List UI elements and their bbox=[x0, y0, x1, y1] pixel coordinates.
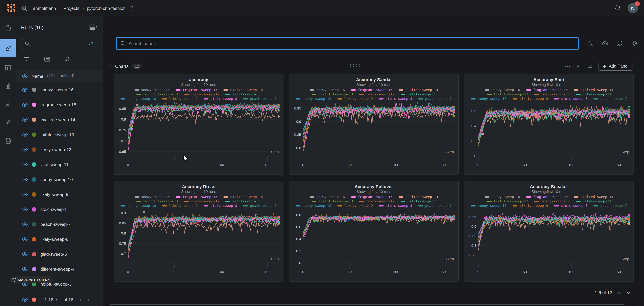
legend-entry[interactable]: sunny-sweep-10 bbox=[471, 204, 506, 207]
legend-entry[interactable]: vital-sweep-11 bbox=[226, 92, 261, 96]
run-name[interactable]: snowy-sweep-16 bbox=[40, 87, 74, 92]
legend-entry[interactable]: snowy-sweep-16 bbox=[310, 195, 345, 199]
run-row[interactable]: different-sweep-4 bbox=[16, 261, 102, 276]
legend-entry[interactable]: fragrant-sweep-15 bbox=[176, 88, 218, 92]
run-name[interactable]: exalted-sweep-14 bbox=[40, 117, 75, 122]
run-row[interactable]: exalted-sweep-14 bbox=[16, 112, 102, 127]
legend-entry[interactable]: zesty-sweep-12 bbox=[184, 92, 220, 96]
legend-entry[interactable]: vital-sweep-11 bbox=[400, 199, 436, 203]
charts-x-axis-icon[interactable]: x bbox=[576, 64, 582, 69]
runs-search-input[interactable]: .* bbox=[21, 38, 98, 49]
eye-icon[interactable] bbox=[22, 252, 28, 256]
run-row[interactable]: faithful-sweep-13 bbox=[16, 127, 102, 142]
eye-icon[interactable] bbox=[22, 162, 28, 167]
panels-page-up-icon[interactable] bbox=[617, 291, 621, 294]
legend-entry[interactable]: vital-sweep-11 bbox=[576, 92, 611, 96]
run-name[interactable]: likely-sweep-9 bbox=[40, 192, 68, 197]
legend-entry[interactable]: likely-sweep-9 bbox=[337, 204, 373, 207]
run-row[interactable]: zesty-sweep-12 bbox=[16, 142, 102, 157]
runs-name-header[interactable]: Name (16 visualized) bbox=[16, 70, 102, 82]
legend-entry[interactable]: exalted-sweep-14 bbox=[224, 88, 263, 92]
outliers-icon[interactable] bbox=[616, 40, 624, 47]
run-row[interactable]: stoic-sweep-8 bbox=[16, 202, 102, 217]
legend-entry[interactable]: snowy-sweep-16 bbox=[134, 88, 170, 92]
legend-entry[interactable]: zesty-sweep-12 bbox=[359, 92, 395, 96]
eye-icon[interactable] bbox=[22, 177, 28, 182]
eye-icon[interactable] bbox=[22, 222, 28, 226]
legend-entry[interactable]: stoic-sweep-8 bbox=[204, 204, 237, 207]
eye-icon[interactable] bbox=[22, 207, 28, 211]
legend-entry[interactable]: exalted-sweep-14 bbox=[574, 88, 613, 92]
run-name[interactable]: sunny-sweep-10 bbox=[40, 177, 73, 182]
legend-entry[interactable]: vital-sweep-11 bbox=[576, 199, 611, 203]
wandb-logo-icon[interactable] bbox=[7, 4, 16, 13]
run-row[interactable]: sunny-sweep-10 bbox=[16, 172, 102, 187]
legend-entry[interactable]: zesty-sweep-12 bbox=[534, 92, 570, 96]
legend-entry[interactable]: peach-sweep-7 bbox=[418, 97, 452, 101]
legend-entry[interactable]: faithful-sweep-13 bbox=[312, 199, 353, 203]
rail-workspace-tab[interactable] bbox=[0, 39, 16, 57]
legend-entry[interactable]: exalted-sweep-14 bbox=[398, 195, 438, 199]
legend-entry[interactable]: sunny-sweep-10 bbox=[121, 97, 156, 101]
eye-icon[interactable] bbox=[22, 88, 28, 92]
legend-entry[interactable]: stoic-sweep-8 bbox=[379, 97, 412, 101]
run-row[interactable]: vital-sweep-11 bbox=[16, 157, 102, 172]
legend-entry[interactable]: sunny-sweep-10 bbox=[471, 97, 506, 101]
horizontal-scrollbar[interactable] bbox=[110, 303, 624, 305]
run-name[interactable]: peach-sweep-7 bbox=[40, 222, 70, 227]
legend-entry[interactable]: peach-sweep-7 bbox=[594, 97, 627, 101]
rail-table-icon[interactable] bbox=[0, 60, 16, 75]
legend-entry[interactable]: stoic-sweep-8 bbox=[554, 204, 588, 207]
legend-entry[interactable]: likely-sweep-9 bbox=[337, 97, 373, 101]
legend-entry[interactable]: peach-sweep-7 bbox=[243, 204, 277, 207]
workspace-settings-gear-icon[interactable] bbox=[631, 40, 638, 47]
eye-icon[interactable] bbox=[22, 117, 28, 122]
legend-entry[interactable]: likely-sweep-9 bbox=[512, 204, 548, 207]
run-name[interactable]: glad-sweep-5 bbox=[40, 251, 67, 257]
notifications-bell-icon[interactable] bbox=[614, 4, 621, 12]
filter-icon[interactable] bbox=[24, 57, 30, 62]
legend-entry[interactable]: vital-sweep-11 bbox=[400, 92, 436, 96]
next-page-button[interactable]: › bbox=[88, 296, 90, 302]
run-name[interactable]: different-sweep-4 bbox=[40, 266, 74, 271]
run-name[interactable]: likely-sweep-6 bbox=[40, 236, 68, 242]
rail-overview-icon[interactable] bbox=[0, 20, 16, 36]
legend-entry[interactable]: faithful-sweep-13 bbox=[487, 199, 528, 203]
rail-sweeps-icon[interactable] bbox=[0, 96, 16, 112]
panel-search-box[interactable] bbox=[116, 37, 579, 50]
rail-artifacts-icon[interactable] bbox=[0, 133, 16, 149]
legend-entry[interactable]: fragrant-sweep-15 bbox=[351, 195, 392, 199]
legend-entry[interactable]: exalted-sweep-14 bbox=[224, 195, 263, 199]
legend-entry[interactable]: vital-sweep-11 bbox=[226, 199, 261, 203]
panel-search-input[interactable] bbox=[128, 41, 538, 46]
add-panel-button[interactable]: Add Panel bbox=[599, 62, 632, 71]
regex-toggle-icon[interactable]: .* bbox=[88, 41, 94, 46]
legend-entry[interactable]: likely-sweep-9 bbox=[512, 97, 548, 101]
run-row[interactable]: snowy-sweep-16 bbox=[16, 82, 102, 97]
run-name[interactable]: fragrant-sweep-15 bbox=[40, 102, 76, 107]
panels-page-down-icon[interactable] bbox=[626, 291, 630, 294]
legend-entry[interactable]: peach-sweep-7 bbox=[594, 204, 627, 207]
charts-collapse-chevron-icon[interactable] bbox=[109, 65, 112, 68]
legend-entry[interactable]: exalted-sweep-14 bbox=[398, 88, 438, 92]
run-row[interactable]: likely-sweep-9 bbox=[16, 187, 102, 202]
run-row[interactable]: glad-sweep-5 bbox=[16, 246, 102, 261]
global-search-icon[interactable] bbox=[22, 5, 28, 11]
x-axis-settings-icon[interactable]: x bbox=[587, 40, 594, 47]
legend-entry[interactable]: stoic-sweep-8 bbox=[379, 204, 412, 207]
legend-entry[interactable]: sunny-sweep-10 bbox=[296, 204, 331, 207]
chart-plot[interactable]: 0.90.850.80.750.7050100150Step bbox=[116, 208, 281, 276]
run-name[interactable]: stoic-sweep-8 bbox=[40, 207, 68, 212]
chart-panel[interactable]: Accuracy DressShowing first 10 runssnowy… bbox=[114, 181, 284, 281]
legend-entry[interactable]: zesty-sweep-12 bbox=[534, 199, 570, 203]
legend-entry[interactable]: snowy-sweep-16 bbox=[484, 195, 520, 199]
chart-plot[interactable]: 0.60.40.20050100150Step bbox=[467, 102, 631, 169]
run-name[interactable]: vital-sweep-11 bbox=[40, 162, 68, 167]
smoothing-icon[interactable] bbox=[601, 40, 609, 47]
legend-entry[interactable]: exalted-sweep-14 bbox=[574, 195, 613, 199]
page-range-caret-icon[interactable]: ▼ bbox=[55, 298, 58, 301]
legend-entry[interactable]: fragrant-sweep-15 bbox=[526, 195, 568, 199]
legend-entry[interactable]: peach-sweep-7 bbox=[418, 204, 452, 207]
chart-plot[interactable]: 0.850.80.750.70.65050100150Step bbox=[116, 102, 281, 169]
eye-icon[interactable] bbox=[22, 147, 28, 152]
